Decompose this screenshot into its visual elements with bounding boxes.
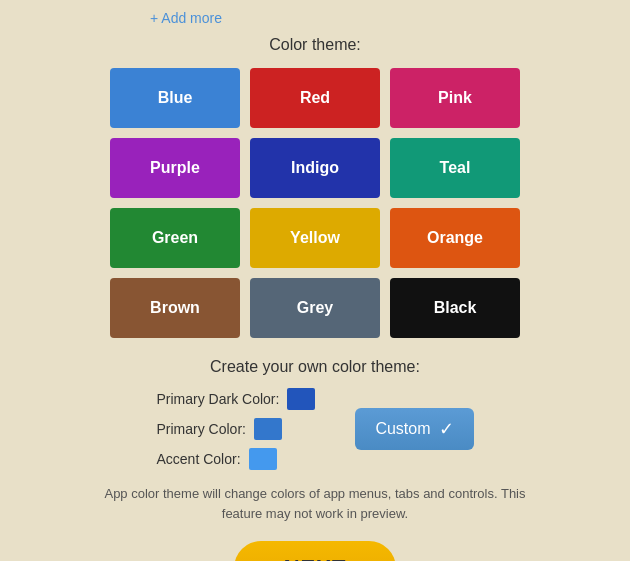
color-btn-red[interactable]: Red <box>250 68 380 128</box>
accent-color-label: Accent Color: <box>156 451 240 467</box>
color-grid: BlueRedPinkPurpleIndigoTealGreenYellowOr… <box>110 68 520 338</box>
accent-color-swatch[interactable] <box>249 448 277 470</box>
color-btn-pink[interactable]: Pink <box>390 68 520 128</box>
color-btn-teal[interactable]: Teal <box>390 138 520 198</box>
color-btn-green[interactable]: Green <box>110 208 240 268</box>
primary-color-swatch[interactable] <box>254 418 282 440</box>
add-more-link[interactable]: + Add more <box>150 10 222 26</box>
next-button[interactable]: NEXT <box>234 541 397 561</box>
color-btn-grey[interactable]: Grey <box>250 278 380 338</box>
custom-button[interactable]: Custom ✓ <box>355 408 473 450</box>
color-labels: Primary Dark Color: Primary Color: Accen… <box>156 388 315 470</box>
create-title: Create your own color theme: <box>210 358 420 376</box>
color-btn-blue[interactable]: Blue <box>110 68 240 128</box>
primary-dark-swatch[interactable] <box>287 388 315 410</box>
color-btn-indigo[interactable]: Indigo <box>250 138 380 198</box>
custom-btn-label: Custom <box>375 420 430 438</box>
primary-color-label: Primary Color: <box>156 421 245 437</box>
primary-dark-label: Primary Dark Color: <box>156 391 279 407</box>
color-btn-brown[interactable]: Brown <box>110 278 240 338</box>
color-btn-orange[interactable]: Orange <box>390 208 520 268</box>
create-section: Create your own color theme: Primary Dar… <box>20 358 610 470</box>
color-btn-purple[interactable]: Purple <box>110 138 240 198</box>
info-text: App color theme will change colors of ap… <box>90 484 540 523</box>
checkmark-icon: ✓ <box>439 418 454 440</box>
color-btn-black[interactable]: Black <box>390 278 520 338</box>
color-btn-yellow[interactable]: Yellow <box>250 208 380 268</box>
color-theme-title: Color theme: <box>269 36 361 54</box>
